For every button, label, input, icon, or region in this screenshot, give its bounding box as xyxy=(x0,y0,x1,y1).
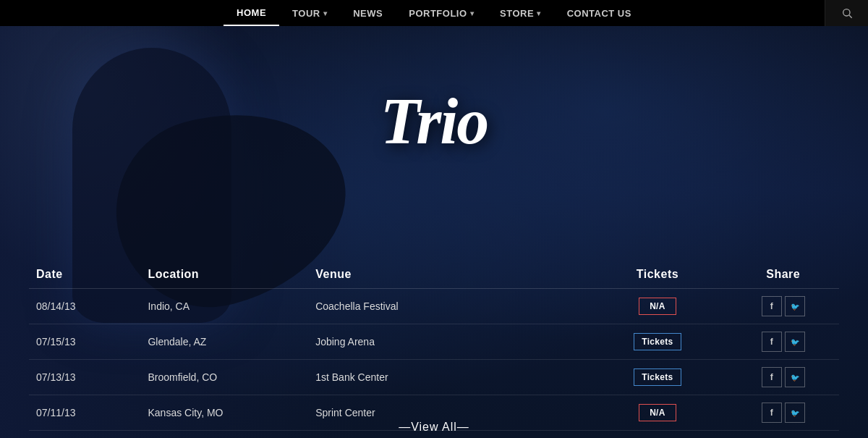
cell-venue: Jobing Arena xyxy=(308,324,587,360)
portfolio-arrow-icon: ▾ xyxy=(470,9,475,17)
share-buttons: f🐦 xyxy=(734,332,832,352)
facebook-share-button[interactable]: f xyxy=(762,296,782,316)
tour-arrow-icon: ▾ xyxy=(323,9,328,17)
nav-portfolio[interactable]: PORTFOLIO ▾ xyxy=(396,0,487,26)
cell-date: 07/15/13 xyxy=(29,324,140,360)
nav-tour[interactable]: TOUR ▾ xyxy=(279,0,340,26)
share-buttons: f🐦 xyxy=(734,403,832,423)
col-share: Share xyxy=(727,262,839,289)
facebook-share-button[interactable]: f xyxy=(762,332,782,352)
facebook-share-button[interactable]: f xyxy=(762,403,782,423)
main-nav: HOME TOUR ▾ NEWS PORTFOLIO ▾ STORE ▾ CON… xyxy=(0,0,868,26)
band-name: Trio xyxy=(380,84,488,159)
cell-ticket: N/A xyxy=(587,395,727,431)
cell-date: 08/14/13 xyxy=(29,289,140,324)
ticket-buy-button[interactable]: Tickets xyxy=(634,333,681,350)
twitter-share-button[interactable]: 🐦 xyxy=(785,332,805,352)
table-row: 07/13/13Broomfield, CO1st Bank CenterTic… xyxy=(29,360,839,395)
cell-ticket: N/A xyxy=(587,289,727,324)
cell-share: f🐦 xyxy=(727,324,839,360)
cell-share: f🐦 xyxy=(727,360,839,395)
cell-share: f🐦 xyxy=(727,289,839,324)
col-tickets: Tickets xyxy=(587,262,727,289)
svg-line-1 xyxy=(849,15,852,18)
cell-location: Kansas City, MO xyxy=(140,395,308,431)
cell-location: Glendale, AZ xyxy=(140,324,308,360)
svg-point-0 xyxy=(843,9,849,16)
cell-ticket: Tickets xyxy=(587,360,727,395)
cell-venue: 1st Bank Center xyxy=(308,360,587,395)
table-row: 08/14/13Indio, CACoachella FestivalN/Af🐦 xyxy=(29,289,839,324)
nav-links: HOME TOUR ▾ NEWS PORTFOLIO ▾ STORE ▾ CON… xyxy=(224,0,644,26)
table-row: 07/15/13Glendale, AZJobing ArenaTicketsf… xyxy=(29,324,839,360)
cell-location: Indio, CA xyxy=(140,289,308,324)
ticket-na-button[interactable]: N/A xyxy=(639,298,676,315)
store-arrow-icon: ▾ xyxy=(537,9,541,17)
cell-share: f🐦 xyxy=(727,395,839,431)
tour-section: Date Location Venue Tickets Share 08/14/… xyxy=(0,262,868,438)
nav-home[interactable]: HOME xyxy=(224,0,279,26)
cell-ticket: Tickets xyxy=(587,324,727,360)
share-buttons: f🐦 xyxy=(734,296,832,316)
view-all-link[interactable]: —View All— xyxy=(399,421,469,434)
cell-venue: Coachella Festival xyxy=(308,289,587,324)
cell-date: 07/11/13 xyxy=(29,395,140,431)
search-button[interactable] xyxy=(825,0,868,26)
nav-store[interactable]: STORE ▾ xyxy=(487,0,554,26)
twitter-share-button[interactable]: 🐦 xyxy=(785,367,805,387)
table-header-row: Date Location Venue Tickets Share xyxy=(29,262,839,289)
tour-table: Date Location Venue Tickets Share 08/14/… xyxy=(29,262,839,431)
ticket-buy-button[interactable]: Tickets xyxy=(634,368,681,386)
search-icon xyxy=(841,7,853,19)
twitter-share-button[interactable]: 🐦 xyxy=(785,403,805,423)
nav-contact[interactable]: CONTACT US xyxy=(554,0,644,26)
twitter-share-button[interactable]: 🐦 xyxy=(785,296,805,316)
cell-location: Broomfield, CO xyxy=(140,360,308,395)
col-date: Date xyxy=(29,262,140,289)
hero-section: Trio Date Location Venue Tickets Share 0… xyxy=(0,26,868,438)
facebook-share-button[interactable]: f xyxy=(762,367,782,387)
ticket-na-button[interactable]: N/A xyxy=(639,404,676,421)
col-venue: Venue xyxy=(308,262,587,289)
nav-news[interactable]: NEWS xyxy=(340,0,396,26)
cell-date: 07/13/13 xyxy=(29,360,140,395)
col-location: Location xyxy=(140,262,308,289)
share-buttons: f🐦 xyxy=(734,367,832,387)
